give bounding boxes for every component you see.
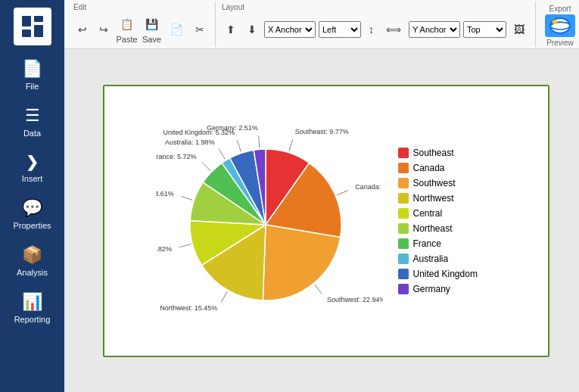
legend-item-australia: Australia <box>398 254 497 264</box>
main-area: Edit ↩ ↪ 📋 Paste 💾 Save 📄 ✂ Layout ⬆ <box>64 0 579 392</box>
label-text-Northeast: Northeast: 8.61% <box>156 189 174 197</box>
sidebar-label-analysis: Analysis <box>17 268 48 277</box>
legend-label-canada: Canada <box>413 163 445 173</box>
svg-rect-3 <box>34 25 43 37</box>
sidebar-item-insert[interactable]: ❯ Insert <box>0 145 64 191</box>
svg-rect-2 <box>22 30 31 37</box>
export-ie-icon[interactable] <box>545 14 575 37</box>
edit-buttons: ↩ ↪ 📋 Paste 💾 Save 📄 ✂ <box>73 13 209 45</box>
edit-section: Edit ↩ ↪ 📋 Paste 💾 Save 📄 ✂ <box>67 2 216 47</box>
legend-label-australia: Australia <box>413 254 449 264</box>
layout-section: Layout ⬆ ⬇ X AnchorLeftCenterRight LeftC… <box>216 2 536 47</box>
layout-btn-1[interactable]: ↕ <box>364 20 378 39</box>
file-icon: 📄 <box>22 59 42 79</box>
legend-color-france <box>398 238 409 249</box>
edit-label: Edit <box>73 3 86 11</box>
paste-button[interactable]: 📋 <box>116 15 138 33</box>
sidebar-label-properties: Properties <box>13 221 51 230</box>
reporting-icon: 📊 <box>22 292 42 312</box>
copy-button[interactable]: 📄 <box>166 20 188 39</box>
redo-button[interactable]: ↪ <box>95 20 113 39</box>
legend-label-united-kingdom: United Kingdom <box>413 269 478 279</box>
legend-color-australia <box>398 254 409 264</box>
toolbar: Edit ↩ ↪ 📋 Paste 💾 Save 📄 ✂ Layout ⬆ <box>64 0 579 49</box>
label-line-Australia <box>218 148 224 159</box>
legend-item-northeast: Northeast <box>398 223 497 234</box>
valign-select[interactable]: TopMiddleBottom <box>463 21 506 38</box>
legend-color-canada <box>398 163 409 173</box>
legend-item-united-kingdom: United Kingdom <box>398 269 497 279</box>
sidebar: 📄 File ☰ Data ❯ Insert 💬 Properties 📦 An… <box>0 0 64 392</box>
label-line-France <box>201 162 210 170</box>
legend-color-germany <box>398 284 409 294</box>
svg-rect-0 <box>22 16 31 26</box>
label-text-France: France: 5.72% <box>156 152 197 160</box>
legend-color-northeast <box>398 223 409 234</box>
legend-item-central: Central <box>398 208 497 219</box>
label-line-Southeast <box>288 139 292 151</box>
legend-color-central <box>398 208 409 219</box>
legend-item-southeast: Southeast <box>398 148 497 158</box>
label-text-Canada: Canada: 17.86% <box>355 183 383 191</box>
legend-label-central: Central <box>413 208 443 219</box>
insert-icon: ❯ <box>26 153 39 171</box>
legend-item-france: France <box>398 238 497 249</box>
preview-label: Preview <box>546 39 574 47</box>
svg-rect-1 <box>34 16 43 22</box>
legend-color-southwest <box>398 178 409 188</box>
pie-segment-southwest <box>263 225 340 300</box>
sidebar-item-properties[interactable]: 💬 Properties <box>0 191 64 238</box>
label-line-Germany <box>258 135 259 148</box>
label-text-Germany: Germany: 2.51% <box>207 123 258 131</box>
legend-item-germany: Germany <box>398 284 497 294</box>
align-select[interactable]: LeftCenterRight <box>319 21 361 38</box>
label-text-Central: Central: 9.82% <box>156 244 172 252</box>
label-line-Canada <box>337 190 348 194</box>
sidebar-item-file[interactable]: 📄 File <box>0 51 64 98</box>
label-text-Southwest: Southwest: 22.94% <box>326 295 382 303</box>
legend-label-southeast: Southeast <box>413 148 454 158</box>
undo-button[interactable]: ↩ <box>73 20 92 39</box>
label-text-Southeast: Southeast: 9.77% <box>294 128 348 135</box>
sidebar-item-reporting[interactable]: 📊 Reporting <box>0 285 64 331</box>
properties-icon: 💬 <box>22 198 42 218</box>
sidebar-item-data[interactable]: ☰ Data <box>0 98 64 145</box>
label-line-Northeast <box>181 196 192 200</box>
legend-item-southwest: Southwest <box>398 178 497 188</box>
legend-label-southwest: Southwest <box>413 178 456 188</box>
image-button[interactable]: 🖼 <box>509 20 529 39</box>
legend-item-northwest: Northwest <box>398 193 497 204</box>
legend-label-northwest: Northwest <box>413 193 454 204</box>
legend-label-france: France <box>413 238 441 249</box>
x-anchor-select[interactable]: X AnchorLeftCenterRight <box>264 21 316 38</box>
legend-label-germany: Germany <box>413 284 450 294</box>
analysis-icon: 📦 <box>22 245 42 265</box>
label-line-Northwest <box>221 291 227 302</box>
y-anchor-select[interactable]: Y AnchorTopMiddleBottom <box>409 21 460 38</box>
legend-label-northeast: Northeast <box>413 223 453 234</box>
save-button[interactable]: 💾 <box>141 15 163 33</box>
export-section: Export Preview <box>536 2 579 47</box>
data-icon: ☰ <box>25 106 40 126</box>
cut-button[interactable]: ✂ <box>191 20 209 39</box>
app-logo <box>14 8 51 45</box>
legend-color-northwest <box>398 193 409 204</box>
sidebar-label-file: File <box>26 82 39 91</box>
label-text-Australia: Australia: 1.98% <box>165 138 215 145</box>
sidebar-label-data: Data <box>23 129 41 138</box>
label-text-Northwest: Northwest: 15.45% <box>160 304 217 312</box>
layout-btn-2[interactable]: ⟺ <box>381 20 406 39</box>
svg-point-6 <box>553 20 557 24</box>
sidebar-item-analysis[interactable]: 📦 Analysis <box>0 238 64 285</box>
layout-label: Layout <box>222 3 244 11</box>
content-area: Southeast: 9.77%Canada: 17.86%Southwest:… <box>64 49 579 392</box>
chart-container: Southeast: 9.77%Canada: 17.86%Southwest:… <box>103 85 549 357</box>
legend-color-southeast <box>398 148 409 158</box>
chart-legend: SoutheastCanadaSouthwestNorthwestCentral… <box>398 148 497 294</box>
pie-chart-svg: Southeast: 9.77%Canada: 17.86%Southwest:… <box>156 115 383 327</box>
layout-buttons: ⬆ ⬇ X AnchorLeftCenterRight LeftCenterRi… <box>222 13 529 45</box>
align-top-button[interactable]: ⬆ <box>222 20 240 39</box>
pie-chart: Southeast: 9.77%Canada: 17.86%Southwest:… <box>156 115 383 327</box>
align-bottom-button[interactable]: ⬇ <box>243 20 261 39</box>
legend-item-canada: Canada <box>398 163 497 173</box>
